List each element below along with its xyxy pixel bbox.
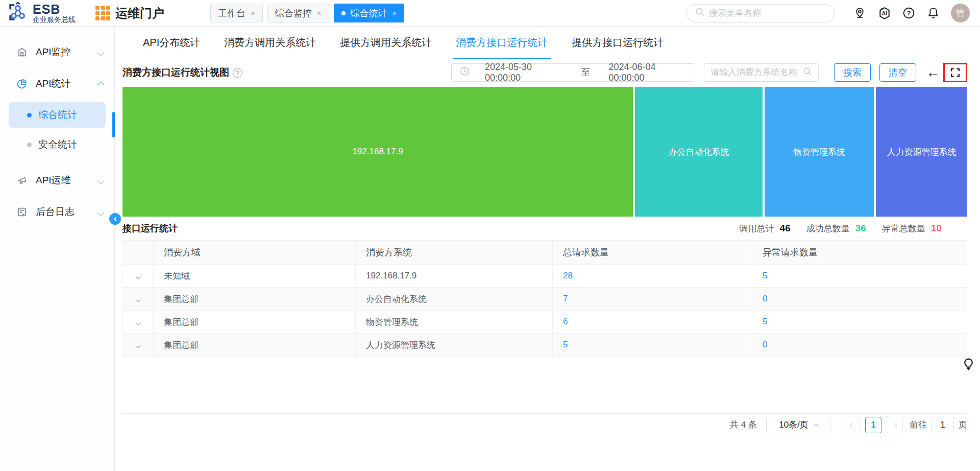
chevron-up-icon xyxy=(99,78,103,89)
lightbulb-icon[interactable] xyxy=(962,358,975,373)
sidebar-item-backend-logs[interactable]: 后台日志 xyxy=(0,196,114,228)
treemap-block[interactable]: 192.168.17.9 xyxy=(122,87,633,217)
current-page-button[interactable]: 1 xyxy=(865,417,881,433)
active-bullet xyxy=(27,113,32,117)
treemap-block[interactable]: 办公自动化系统 xyxy=(635,87,763,217)
treemap-block[interactable]: 人力资源管理系统 xyxy=(876,87,967,217)
help-icon[interactable]: ? xyxy=(902,6,916,20)
cell-total-requests: 28 xyxy=(553,265,752,288)
table-header-row: 消费方域 消费方系统 总请求数量 异常请求数量 xyxy=(123,241,967,265)
cell-consumer-system: 人力资源管理系统 xyxy=(356,334,553,357)
top-header: ESB 企业服务总线 运维门户 工作台 × 综合监控 × 综合统计 xyxy=(0,0,980,27)
megaphone-icon xyxy=(16,175,28,186)
sidebar-item-composite-stats[interactable]: 综合统计 xyxy=(9,102,106,128)
error-requests-link[interactable]: 0 xyxy=(763,340,767,349)
consumer-system-input[interactable] xyxy=(710,67,803,78)
workspace-tab-workbench[interactable]: 工作台 × xyxy=(210,4,263,22)
active-dot xyxy=(341,11,346,15)
date-end-value: 2024-06-04 00:00:00 xyxy=(609,62,687,83)
success-count-label: 成功总数量 xyxy=(806,223,850,234)
error-requests-link[interactable]: 5 xyxy=(763,317,767,326)
help-tooltip-icon[interactable]: ? xyxy=(233,68,242,78)
total-requests-link[interactable]: 6 xyxy=(563,317,568,326)
search-icon xyxy=(803,67,812,78)
cell-error-requests: 0 xyxy=(752,334,967,357)
chevron-down-icon xyxy=(99,46,103,58)
user-avatar[interactable]: 管 xyxy=(951,4,970,22)
table-row: 集团总部办公自动化系统70 xyxy=(123,288,967,311)
total-requests-link[interactable]: 28 xyxy=(563,271,573,280)
tab-provider-call-relation[interactable]: 提供方调用关系统计 xyxy=(340,27,432,59)
workspace-tab-statistics[interactable]: 综合统计 × xyxy=(334,4,405,22)
total-requests-link[interactable]: 5 xyxy=(563,340,568,349)
clock-icon xyxy=(460,66,470,79)
table-section-title: 接口运行统计 xyxy=(122,222,178,234)
row-expand-icon[interactable] xyxy=(123,265,154,288)
table-row: 集团总部物资管理系统65 xyxy=(123,311,967,334)
ai-assistant-icon[interactable]: AI xyxy=(877,6,891,20)
chart-toolbar: 消费方接口运行统计视图 ? 2024-05-30 00:00:00 至 2024… xyxy=(122,62,967,83)
goto-page-input[interactable] xyxy=(932,417,954,433)
date-start-value: 2024-05-30 00:00:00 xyxy=(485,62,563,83)
sidebar-collapse-button[interactable] xyxy=(109,213,121,225)
date-range-picker[interactable]: 2024-05-30 00:00:00 至 2024-06-04 00:00:0… xyxy=(451,63,695,82)
consumer-system-filter xyxy=(704,63,819,82)
page-size-select[interactable]: 10条/页 xyxy=(766,417,830,433)
svg-text:AI: AI xyxy=(881,10,887,16)
workspace-tab-monitor[interactable]: 综合监控 × xyxy=(267,4,329,22)
error-count-value: 10 xyxy=(931,223,942,234)
menu-search-box[interactable] xyxy=(687,4,835,22)
error-requests-link[interactable]: 0 xyxy=(763,294,767,303)
row-expand-icon[interactable] xyxy=(123,288,154,311)
cell-consumer-system: 物资管理系统 xyxy=(356,311,553,334)
cell-total-requests: 6 xyxy=(553,311,752,334)
row-expand-icon[interactable] xyxy=(123,311,154,334)
total-calls-value: 46 xyxy=(780,223,791,234)
error-count-label: 异常总数量 xyxy=(882,223,925,234)
close-icon[interactable]: × xyxy=(317,9,322,17)
tab-consumer-call-relation[interactable]: 消费方调用关系统计 xyxy=(224,27,316,59)
app-root: ESB 企业服务总线 运维门户 工作台 × 综合监控 × 综合统计 xyxy=(0,0,980,471)
brand-logo: ESB 企业服务总线 运维门户 xyxy=(7,2,164,25)
close-icon[interactable]: × xyxy=(251,9,255,17)
esb-logo-icon xyxy=(7,2,29,25)
sidebar-item-api-statistics[interactable]: API统计 xyxy=(0,68,114,100)
sidebar-item-security-stats[interactable]: 安全统计 xyxy=(9,132,106,157)
clear-button[interactable]: 清空 xyxy=(879,63,916,82)
search-icon xyxy=(695,7,705,19)
tab-consumer-interface-stats[interactable]: 消费方接口运行统计 xyxy=(456,27,548,59)
tab-provider-interface-stats[interactable]: 提供方接口运行统计 xyxy=(572,27,664,59)
search-button[interactable]: 搜索 xyxy=(834,63,871,82)
back-arrow-icon[interactable]: ← xyxy=(926,65,940,80)
page-unit-label: 页 xyxy=(959,419,967,431)
interface-stats-bar: 接口运行统计 调用总计46 成功总数量36 异常总数量10 xyxy=(122,217,967,240)
cell-consumer-system: 192.168.17.9 xyxy=(356,265,553,288)
table-row: 未知域192.168.17.9285 xyxy=(123,265,967,288)
cell-consumer-domain: 未知域 xyxy=(154,265,356,288)
error-requests-link[interactable]: 5 xyxy=(763,271,767,280)
row-expand-icon[interactable] xyxy=(123,334,154,357)
total-requests-link[interactable]: 7 xyxy=(563,294,568,303)
fullscreen-icon[interactable] xyxy=(949,67,961,78)
sidebar-item-api-operations[interactable]: API运维 xyxy=(0,164,114,196)
bullet xyxy=(27,143,32,147)
portal-grid-icon xyxy=(95,6,110,20)
next-page-button[interactable] xyxy=(887,417,903,433)
cell-error-requests: 5 xyxy=(752,265,967,288)
annotation-highlight-box xyxy=(943,63,967,82)
treemap-block[interactable]: 物资管理系统 xyxy=(765,87,874,217)
total-calls-label: 调用总计 xyxy=(740,223,774,234)
col-consumer-system: 消费方系统 xyxy=(356,241,553,265)
bell-icon[interactable] xyxy=(926,6,940,20)
col-consumer-domain: 消费方域 xyxy=(154,241,356,265)
tab-api-distribution[interactable]: API分布统计 xyxy=(143,27,200,59)
sidebar-item-api-monitor[interactable]: API监控 xyxy=(0,36,114,68)
pie-chart-icon xyxy=(16,78,28,89)
col-total-requests: 总请求数量 xyxy=(553,241,752,265)
interface-stats-table: 消费方域 消费方系统 总请求数量 异常请求数量 未知域192.168.17.92… xyxy=(122,240,967,357)
prev-page-button[interactable] xyxy=(844,417,860,433)
table-row: 集团总部人力资源管理系统50 xyxy=(123,334,967,357)
menu-search-input[interactable] xyxy=(709,8,821,18)
close-icon[interactable]: × xyxy=(393,9,397,17)
location-icon[interactable] xyxy=(853,6,867,20)
